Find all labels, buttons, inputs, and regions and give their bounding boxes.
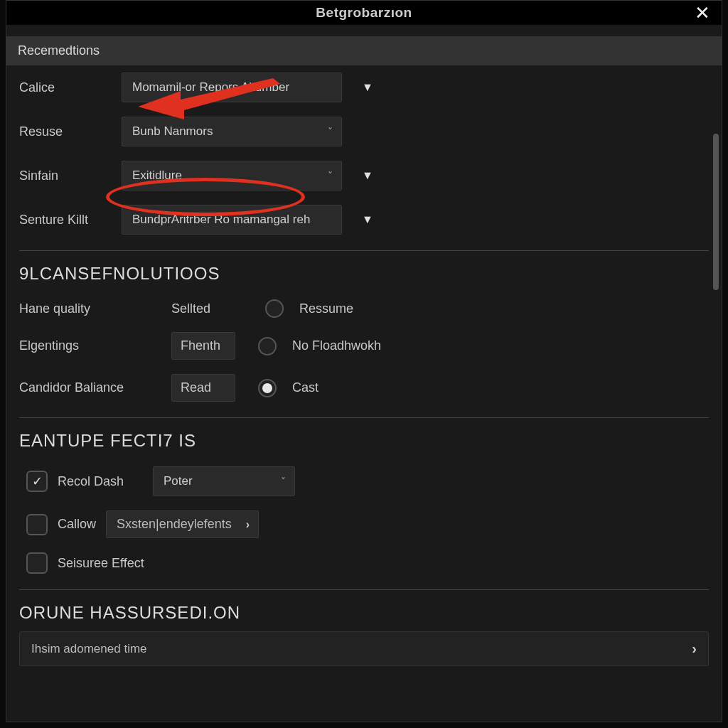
- field-label: Calice: [19, 80, 112, 95]
- check-row-recol-dash: ✓ Recol Dash Poter ˅: [26, 459, 709, 503]
- option-hane-quality: Hane quality Sellted Ressume: [19, 292, 709, 325]
- check-label: Seisuree Effect: [58, 556, 144, 571]
- radio-label: Ressume: [299, 301, 353, 316]
- select-value: Poter: [164, 474, 193, 488]
- chevron-down-icon[interactable]: ▼: [359, 167, 376, 184]
- select-value: BundprAritrber Ro mamangal reh: [132, 213, 310, 227]
- row-resuse: Resuse Bunb Nanmors ˅: [19, 109, 709, 154]
- chevron-right-icon: ›: [692, 641, 697, 657]
- radio-ressume[interactable]: [265, 299, 284, 318]
- section-title-cansefnolutions: 9LCANSEFNOLUTIOOS: [19, 264, 709, 284]
- chevron-down-icon: ˅: [328, 170, 333, 181]
- inline-text: Sxsten|endeylefents: [117, 517, 232, 532]
- option-label: Elgentings: [19, 338, 161, 353]
- close-button[interactable]: ✕: [692, 2, 713, 23]
- settings-dialog: Betgrobarzıon ✕ Recemedtions Calice Moma…: [6, 0, 722, 722]
- radio-no-floadhwokh[interactable]: [258, 337, 277, 355]
- chevron-down-icon: ˅: [281, 476, 286, 487]
- select-value: Momamil-or Repors Altumber: [132, 80, 289, 95]
- option-label: Hane quality: [19, 301, 161, 316]
- checkbox-recol-dash[interactable]: ✓: [26, 471, 48, 492]
- section-header-recemedtions: Recemedtions: [6, 36, 722, 65]
- field-label: Senture Killt: [19, 213, 112, 228]
- checkbox-callow[interactable]: [26, 514, 48, 535]
- option-value: Sellted: [171, 301, 242, 316]
- radio-label: No Floadhwokh: [292, 338, 381, 353]
- row-senture-killt: Senture Killt BundprAritrber Ro mamangal…: [19, 198, 709, 242]
- section-title-orune: ORUNE HASSURSEDI.ON: [19, 603, 709, 623]
- select-calice[interactable]: Momamil-or Repors Altumber: [122, 73, 342, 102]
- select-value: Exitidlure: [132, 168, 182, 183]
- radio-label: Cast: [292, 380, 318, 395]
- option-candidor-baliance: Candidor Baliance Read Cast: [19, 367, 709, 409]
- select-sinfain[interactable]: Exitidlure ˅: [122, 161, 342, 191]
- nav-label: Ihsim adomened time: [31, 642, 147, 656]
- option-value[interactable]: Fhenth: [171, 332, 235, 360]
- row-calice: Calice Momamil-or Repors Altumber ▼: [19, 65, 709, 109]
- chevron-down-icon[interactable]: ▼: [359, 79, 376, 96]
- dialog-title: Betgrobarzıon: [316, 5, 412, 21]
- check-label: Callow: [58, 517, 96, 532]
- divider: [19, 250, 709, 251]
- divider: [19, 589, 709, 590]
- title-bar: Betgrobarzıon ✕: [6, 1, 722, 25]
- divider: [19, 417, 709, 418]
- check-row-seisuree-effect: Seisuree Effect: [26, 545, 709, 581]
- select-senture-killt[interactable]: BundprAritrber Ro mamangal reh: [122, 205, 342, 235]
- dialog-body: Calice Momamil-or Repors Altumber ▼ Resu…: [6, 65, 722, 722]
- option-label: Candidor Baliance: [19, 380, 161, 395]
- radio-cast[interactable]: [258, 379, 277, 397]
- select-resuse[interactable]: Bunb Nanmors ˅: [122, 117, 342, 146]
- scrollbar[interactable]: [713, 134, 719, 290]
- option-value[interactable]: Read: [171, 374, 235, 402]
- chevron-down-icon[interactable]: ▼: [359, 211, 376, 228]
- check-row-callow: Callow Sxsten|endeylefents ›: [26, 503, 709, 545]
- select-value: Bunb Nanmors: [132, 124, 213, 139]
- checkbox-seisuree-effect[interactable]: [26, 552, 48, 574]
- chevron-down-icon: ˅: [328, 126, 333, 137]
- field-label: Sinfain: [19, 168, 112, 183]
- close-icon: ✕: [695, 2, 710, 24]
- option-elgentings: Elgentings Fhenth No Floadhwokh: [19, 325, 709, 367]
- section-title-eantupe: EANTUPE FECTI7 IS: [19, 431, 709, 451]
- field-label: Resuse: [19, 124, 112, 139]
- nav-row-ihsim[interactable]: Ihsim adomened time ›: [19, 631, 709, 666]
- inline-box-callow[interactable]: Sxsten|endeylefents ›: [106, 510, 259, 538]
- chevron-right-icon: ›: [246, 518, 250, 531]
- row-sinfain: Sinfain Exitidlure ˅ ▼: [19, 154, 709, 198]
- check-label: Recol Dash: [58, 474, 143, 489]
- select-poter[interactable]: Poter ˅: [153, 466, 295, 496]
